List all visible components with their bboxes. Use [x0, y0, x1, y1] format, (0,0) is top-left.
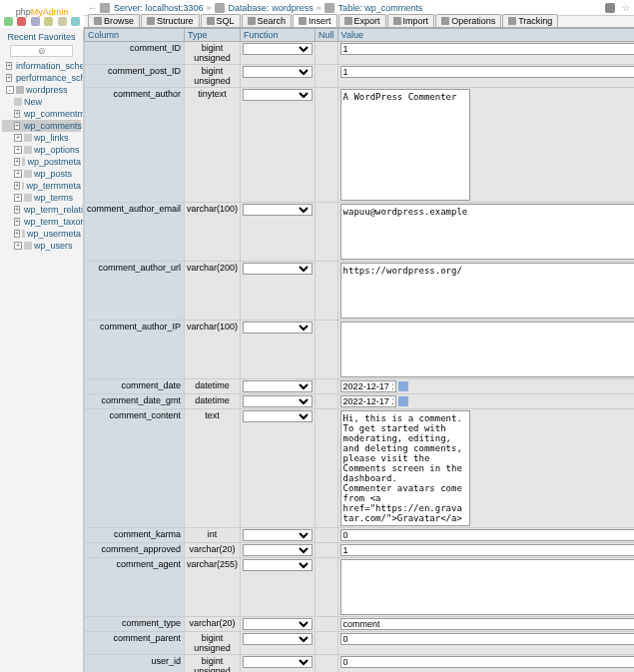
row-comment_type: comment_typevarchar(20) [85, 617, 635, 632]
expand-icon[interactable]: + [14, 218, 20, 226]
tree-wp_term_taxonomy[interactable]: +wp_term_taxonomy [2, 216, 81, 228]
value-input[interactable] [340, 66, 634, 78]
calendar-icon[interactable] [398, 396, 408, 406]
nav-settings-icon[interactable] [58, 17, 67, 26]
th-function: Function [241, 29, 316, 42]
null-cell [316, 262, 338, 321]
function-select[interactable] [243, 66, 313, 78]
value-input[interactable] [340, 656, 634, 668]
tree-New[interactable]: New [2, 96, 81, 108]
value-input[interactable] [340, 544, 634, 556]
tree-wp_users[interactable]: +wp_users [2, 240, 81, 252]
expand-icon[interactable]: + [14, 230, 20, 238]
tree-wordpress[interactable]: -wordpress [2, 84, 81, 96]
crumb-server[interactable]: Server: localhost:3306 [114, 3, 204, 13]
tree-wp_links[interactable]: +wp_links [2, 132, 81, 144]
expand-icon[interactable]: + [14, 206, 20, 214]
function-select[interactable] [243, 322, 313, 334]
tab-insert[interactable]: Insert [293, 14, 337, 27]
function-select[interactable] [243, 410, 313, 422]
expand-icon[interactable]: + [6, 62, 12, 70]
expand-icon[interactable]: + [14, 158, 20, 166]
logo[interactable]: phpMyAdmin [0, 0, 84, 16]
function-select[interactable] [243, 43, 313, 55]
tree-wp_posts[interactable]: +wp_posts [2, 168, 81, 180]
expand-icon[interactable]: + [6, 74, 12, 82]
calendar-icon[interactable] [398, 381, 408, 391]
function-select[interactable] [243, 380, 313, 392]
value-input[interactable] [340, 395, 396, 407]
tree-wp_options[interactable]: +wp_options [2, 144, 81, 156]
tree-wp_postmeta[interactable]: +wp_postmeta [2, 156, 81, 168]
recent-favorites[interactable]: Recent Favorites [2, 30, 81, 44]
tab-sql[interactable]: SQL [201, 14, 241, 27]
expand-icon[interactable]: + [14, 170, 22, 178]
value-textarea[interactable]: wapuu@wordpress.example [340, 204, 634, 260]
page-docs-icon[interactable]: ☆ [622, 3, 630, 13]
expand-icon[interactable]: + [14, 182, 20, 190]
tab-operations[interactable]: Operations [435, 14, 501, 27]
col-type: varchar(255) [185, 558, 241, 617]
function-select[interactable] [243, 633, 313, 645]
row-comment_author: comment_authortinytextA WordPress Commen… [85, 88, 635, 203]
value-textarea[interactable] [340, 559, 634, 615]
tree-wp_commentmeta[interactable]: +wp_commentmeta [2, 108, 81, 120]
function-select[interactable] [243, 204, 313, 216]
expand-icon[interactable]: + [14, 242, 22, 250]
crumb-table[interactable]: Table: wp_comments [338, 3, 423, 13]
null-cell [316, 394, 338, 409]
nav-back-icon[interactable]: ← [88, 3, 97, 13]
function-select[interactable] [243, 89, 313, 101]
value-input[interactable] [340, 43, 634, 55]
tab-search[interactable]: Search [242, 14, 293, 27]
expand-icon[interactable]: + [14, 194, 22, 202]
col-name: comment_agent [85, 558, 185, 617]
tree-wp_term_relationships[interactable]: +wp_term_relationships [2, 204, 81, 216]
function-select[interactable] [243, 618, 313, 630]
expand-icon[interactable]: + [14, 122, 20, 130]
gear-icon[interactable] [605, 3, 615, 13]
tree-wp_comments[interactable]: +wp_comments [2, 120, 81, 132]
value-textarea[interactable]: https://wordpress.org/ [340, 263, 634, 319]
expand-icon[interactable]: + [14, 110, 20, 118]
insert-form-table: Column Type Function Null Value comment_… [84, 28, 634, 672]
function-select[interactable] [243, 656, 313, 668]
docs-icon[interactable] [44, 17, 53, 26]
value-input[interactable] [340, 380, 396, 392]
value-textarea[interactable]: Hi, this is a comment. To get started wi… [340, 410, 470, 526]
tree-wp_terms[interactable]: +wp_terms [2, 192, 81, 204]
function-select[interactable] [243, 544, 313, 556]
value-input[interactable] [340, 529, 634, 541]
structure-icon [147, 17, 155, 25]
tree-performance_schema[interactable]: +performance_schema [2, 72, 81, 84]
tree-wp_termmeta[interactable]: +wp_termmeta [2, 180, 81, 192]
value-input[interactable] [340, 618, 634, 630]
expand-icon[interactable]: + [14, 146, 22, 154]
insert-icon [299, 17, 307, 25]
table-icon [24, 194, 32, 202]
tab-tracking[interactable]: Tracking [502, 14, 558, 27]
reload-icon[interactable] [71, 17, 80, 26]
recent-dropdown[interactable]: ⊚ [10, 45, 73, 57]
function-select[interactable] [243, 395, 313, 407]
crumb-database[interactable]: Database: wordpress [229, 3, 314, 13]
function-select[interactable] [243, 263, 313, 275]
col-type: bigint unsigned [185, 42, 241, 65]
tab-structure[interactable]: Structure [141, 14, 200, 27]
sql-query-icon[interactable] [31, 17, 40, 26]
function-select[interactable] [243, 559, 313, 571]
function-select[interactable] [243, 529, 313, 541]
value-textarea[interactable] [340, 322, 634, 377]
tree-information_schema[interactable]: +information_schema [2, 60, 81, 72]
value-input[interactable] [340, 633, 634, 645]
tab-browse[interactable]: Browse [88, 14, 140, 27]
home-icon[interactable] [4, 17, 13, 26]
tab-import[interactable]: Import [387, 14, 435, 27]
tracking-icon [508, 17, 516, 25]
logout-icon[interactable] [17, 17, 26, 26]
expand-icon[interactable]: - [6, 86, 14, 94]
expand-icon[interactable]: + [14, 134, 22, 142]
value-textarea[interactable]: A WordPress Commenter [340, 89, 470, 201]
tree-wp_usermeta[interactable]: +wp_usermeta [2, 228, 81, 240]
tab-export[interactable]: Export [338, 14, 386, 27]
